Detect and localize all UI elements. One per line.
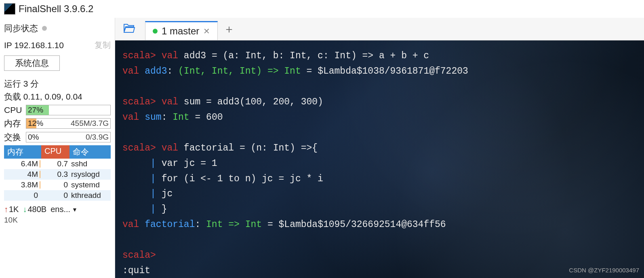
process-header[interactable]: 内存 CPU 命令: [4, 145, 111, 159]
proc-cpu: 0: [41, 191, 69, 200]
proc-cpu: 0.7: [41, 159, 69, 168]
close-icon[interactable]: ✕: [203, 26, 210, 36]
terminal-line: [122, 79, 637, 95]
tab-master[interactable]: 1 master ✕: [145, 21, 218, 40]
swap-pct: 0%: [28, 133, 39, 142]
net-up: ↑1K: [4, 205, 19, 214]
terminal-line: scala> val factorial = (n: Int) =>{: [122, 141, 637, 156]
cpu-bar: 27%: [26, 105, 111, 115]
terminal-line: | }: [122, 202, 637, 217]
content: 1 master ✕ ＋ scala> val add3 = (a: Int, …: [115, 18, 644, 278]
uptime-text: 运行 3 分: [4, 78, 111, 89]
app-icon: [4, 3, 15, 15]
proc-head-cpu[interactable]: CPU: [41, 145, 69, 159]
swap-bar: 0% 0/3.9G: [26, 132, 111, 142]
terminal-line: val sum: Int = 600: [122, 110, 637, 125]
mem-label: 内存: [4, 118, 23, 129]
terminal[interactable]: scala> val add3 = (a: Int, b: Int, c: In…: [115, 40, 644, 278]
sync-label: 同步状态: [4, 23, 38, 34]
arrow-down-icon: ↓: [23, 205, 27, 214]
terminal-line: val add3: (Int, Int, Int) => Int = $Lamb…: [122, 64, 637, 79]
proc-cmd: sshd: [69, 159, 111, 168]
terminal-line: [122, 233, 637, 248]
watermark: CSDN @ZYF2190003497: [569, 265, 639, 276]
cpu-label: CPU: [4, 105, 23, 115]
proc-head-cmd[interactable]: 命令: [69, 145, 111, 159]
terminal-line: val factorial: Int => Int = $Lambda$1095…: [122, 217, 637, 233]
add-tab-button[interactable]: ＋: [218, 18, 240, 40]
mem-mark-icon: [40, 171, 40, 178]
proc-mem: 3.8M: [21, 180, 38, 189]
table-row[interactable]: 3.8M 0 systemd: [4, 180, 111, 190]
terminal-line: | jc: [122, 187, 637, 202]
load-text: 负载 0.11, 0.09, 0.04: [4, 91, 111, 102]
proc-cmd: rsyslogd: [69, 170, 111, 179]
swap-detail: 0/3.9G: [86, 133, 109, 142]
mem-mark-icon: [40, 160, 40, 168]
app-title: FinalShell 3.9.6.2: [19, 3, 93, 15]
sync-status-row: 同步状态: [4, 23, 111, 34]
terminal-line: | for (i <- 1 to n) jc = jc * i: [122, 172, 637, 187]
tabbar: 1 master ✕ ＋: [115, 18, 644, 40]
net-row: ↑1K ↓480B ens... ▼: [4, 205, 111, 214]
arrow-up-icon: ↑: [4, 205, 8, 214]
proc-mem: 6.4M: [21, 159, 38, 168]
net-iface-label: ens...: [51, 205, 70, 214]
swap-row: 交换 0% 0/3.9G: [4, 132, 111, 143]
titlebar: FinalShell 3.9.6.2: [0, 0, 644, 18]
proc-cpu: 0.3: [41, 170, 69, 179]
table-row[interactable]: 6.4M 0.7 sshd: [4, 159, 111, 169]
terminal-line: scala> val sum = add3(100, 200, 300): [122, 95, 637, 110]
mem-bar: 12% 455M/3.7G: [26, 118, 111, 129]
mem-detail: 455M/3.7G: [71, 119, 109, 128]
terminal-line: :quit: [122, 263, 637, 278]
sync-status-dot: [42, 26, 47, 31]
proc-cmd: systemd: [69, 180, 111, 189]
net-interface-select[interactable]: ens... ▼: [51, 205, 78, 214]
mem-pct: 12%: [28, 119, 43, 128]
tab-label: 1 master: [162, 25, 199, 37]
proc-mem: 4M: [27, 170, 38, 178]
swap-label: 交换: [4, 132, 23, 143]
ip-text: IP 192.168.1.10: [4, 40, 64, 50]
folder-open-icon: [123, 23, 135, 33]
cpu-row: CPU 27%: [4, 105, 111, 115]
status-dot-icon: [153, 29, 158, 34]
open-folder-button[interactable]: [118, 18, 141, 40]
terminal-line: | var jc = 1: [122, 156, 637, 172]
proc-cmd: kthreadd: [69, 191, 111, 200]
proc-head-mem[interactable]: 内存: [4, 145, 41, 159]
main: 同步状态 IP 192.168.1.10 复制 系统信息 运行 3 分 负载 0…: [0, 18, 644, 278]
net-down: ↓480B: [23, 205, 46, 214]
proc-mem: 0: [34, 191, 38, 199]
table-row[interactable]: 0 0 kthreadd: [4, 190, 111, 201]
chevron-down-icon: ▼: [72, 206, 78, 213]
terminal-line: scala> val add3 = (a: Int, b: Int, c: In…: [122, 49, 637, 64]
ip-row: IP 192.168.1.10 复制: [4, 40, 111, 51]
sidebar: 同步状态 IP 192.168.1.10 复制 系统信息 运行 3 分 负载 0…: [0, 18, 115, 278]
terminal-line: [122, 125, 637, 141]
mem-row: 内存 12% 455M/3.7G: [4, 118, 111, 129]
system-info-button[interactable]: 系统信息: [4, 55, 60, 71]
copy-button[interactable]: 复制: [95, 40, 111, 51]
terminal-line: scala>: [122, 248, 637, 263]
mem-mark-icon: [40, 181, 40, 189]
net-scale: 10K: [4, 216, 111, 225]
cpu-pct: 27%: [28, 106, 43, 115]
proc-cpu: 0: [41, 180, 69, 189]
table-row[interactable]: 4M 0.3 rsyslogd: [4, 169, 111, 180]
